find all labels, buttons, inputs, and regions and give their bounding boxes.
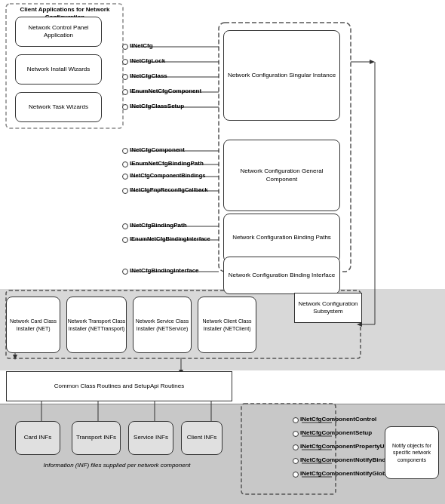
IEnumNetCfgBindingInterface-label: IEnumNetCfgBindingInterface [130, 235, 216, 242]
INetCfgComponent-label: INetCfgComponent [130, 146, 185, 153]
notify-objects-box: Notify objects for specific network comp… [385, 426, 439, 479]
INetCfgBindingPath-label: INetCfgBindingPath [130, 222, 187, 229]
INetCfgComponentSetup-circle [293, 431, 299, 437]
transport-infs-box: Transport INFs [72, 421, 121, 455]
singular-instance-box: Network Configuration Singular Instance [223, 30, 340, 121]
INetCfgBindingInterface-circle [122, 269, 128, 275]
transport-class-installer-box: Network Transport Class Installer (NETTr… [66, 297, 127, 353]
IEnumNetCfgBindingPath-circle [122, 161, 128, 167]
network-task-wizards-box: Network Task Wizards [15, 92, 102, 122]
card-class-installer-box: Network Card Class Installer (NET) [6, 297, 60, 353]
subsystem-label: Network Configuration Subsystem [294, 293, 362, 323]
service-infs-box: Service INFs [128, 421, 173, 455]
INetCfgComponentNotifyBinding-circle [293, 458, 299, 464]
service-class-installer-box: Network Service Class Installer (NETServ… [133, 297, 192, 353]
INetCfgComponentNotifyGlobal-circle [293, 472, 299, 478]
INetCfgLock-label: INetCfgLock [130, 57, 165, 64]
INetCfgLock-circle [122, 59, 128, 65]
INetCfgComponentNotifyGlobal-label: INetCfgComponentNotifyGlobal [300, 470, 391, 477]
card-infs-box: Card INFs [15, 421, 60, 455]
client-class-installer-box: Network Client Class Installer (NETClien… [198, 297, 256, 353]
IEnumNetCfgComponent-label: IEnumNetCfgComponent [130, 88, 201, 94]
INetCfgComponentControl-circle [293, 417, 299, 423]
IINetCfg-label: IINetCfg [130, 42, 153, 49]
network-install-wizards-box: Network Install Wizards [15, 54, 102, 85]
INetCfgBindingInterface-label: INetCfgBindingInterface [130, 267, 199, 274]
binding-interface-box: Network Configuration Binding Interface [223, 257, 340, 294]
INetCfgComponentPropertyUi-label: INetCfgComponentPropertyUi [300, 443, 386, 450]
binding-paths-box: Network Configuration Binding Paths [223, 214, 340, 263]
INetCfgBindingPath-circle [122, 223, 128, 229]
INetCfgComponent-circle [122, 148, 128, 154]
bottom-gray-bg [0, 404, 445, 504]
INetCfgComponentPropertyUi-circle [293, 444, 299, 450]
svg-marker-38 [13, 355, 17, 360]
general-component-box: Network Configuration General Component [223, 140, 340, 211]
INetCfgClassSetup-label: INetCfgClassSetup [130, 103, 184, 109]
IEnumNetCfgBindingPath-label: IEnumNetCfgBindingPath [130, 160, 204, 167]
INetCfgComponentSetup-label: INetCfgComponentSetup [300, 429, 372, 436]
INetCfgComponentControl-label: INetCfgComponentControl [300, 416, 376, 423]
INetCfgPnpReconfigCallback-label: INetCfgPnpReconfigCallback [130, 186, 216, 193]
architecture-diagram: Client Applications for Network Configur… [0, 0, 445, 504]
INetCfgClassSetup-circle [122, 104, 128, 110]
IEnumNetCfgComponent-circle [122, 89, 128, 95]
network-control-panel-box: Network Control Panel Application [15, 17, 102, 47]
client-infs-box: Client INFs [181, 421, 222, 455]
INetCfgComponentNotifyBinding-label: INetCfgComponentNotifyBinding [300, 456, 394, 463]
inf-label: Information (INF) files supplied per net… [15, 462, 219, 469]
INetCfgClass-circle [122, 74, 128, 80]
svg-marker-16 [370, 60, 375, 64]
IEnumNetCfgBindingInterface-circle [122, 237, 128, 243]
INetCfgComponentBinding-label: INetCfgComponentBindings [130, 172, 216, 179]
common-class-box: Common Class Routines and SetupApi Routi… [6, 371, 232, 401]
INetCfgComponentBinding-circle [122, 174, 128, 180]
INetCfgClass-label: INetCfgClass [130, 72, 167, 79]
INetCfgPnpReconfigCallback-circle [122, 188, 128, 194]
IINetCfg-circle [122, 44, 128, 50]
